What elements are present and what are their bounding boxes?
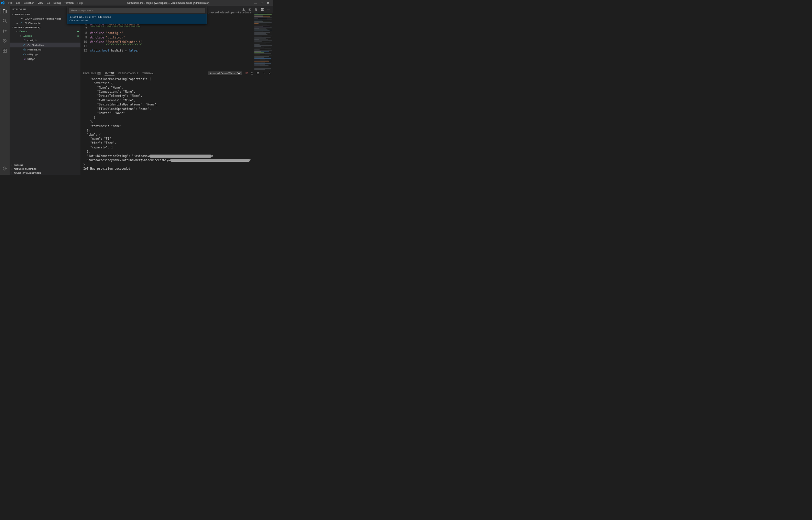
quick-input-item[interactable]: 1. IoT Hub - >> 2. IoT Hub Device Click … <box>67 14 207 23</box>
tab-debug-console[interactable]: DEBUG CONSOLE <box>118 71 139 76</box>
lock-open-icon[interactable] <box>251 72 253 75</box>
source-control-icon[interactable] <box>2 28 8 34</box>
window-title: GetStarted.ino - project (Workspace) - V… <box>83 1 254 4</box>
quick-input-item-subtitle: Click to continue <box>69 19 205 22</box>
tree-item-label: Readme.md <box>28 48 41 51</box>
tree-item-label: GetStarted.ino <box>28 44 44 47</box>
collapsed-section-label: AZURE IOT HUB DEVICES <box>14 172 41 174</box>
activity-bar <box>0 6 10 175</box>
svg-rect-8 <box>5 49 7 50</box>
file-icon: ≡ <box>20 17 23 20</box>
tree-item[interactable]: Cconfig.h <box>10 38 80 43</box>
close-icon[interactable]: × <box>17 22 19 25</box>
tree-item-label: .vscode <box>23 34 32 37</box>
debug-icon[interactable] <box>2 38 8 44</box>
menu-view[interactable]: View <box>38 1 43 4</box>
close-icon[interactable] <box>268 72 271 75</box>
output-channel-select[interactable]: Azure IoT Device Workb <box>208 71 242 75</box>
svg-point-2 <box>3 29 4 30</box>
collapsed-section[interactable]: ▸ARDUINO EXAMPLES <box>10 167 80 171</box>
problems-badge: 7 <box>97 72 101 75</box>
window-maximize-button[interactable]: □ <box>260 1 263 5</box>
quick-input-field[interactable]: Provision process <box>69 8 205 13</box>
tree-item[interactable]: C·utility.cpp <box>10 52 80 57</box>
clear-icon[interactable] <box>245 72 248 75</box>
chevron-up-icon[interactable] <box>262 72 265 75</box>
close-icon[interactable] <box>17 17 19 20</box>
tree-item[interactable]: ⓘReadme.md <box>10 47 80 52</box>
menu-edit[interactable]: Edit <box>16 1 20 4</box>
svg-line-1 <box>6 22 7 23</box>
open-editor-label: C/C++ Extension Release Notes <box>25 17 61 20</box>
menu-file[interactable]: File <box>8 1 12 4</box>
workspace-label: PROJECT (WORKSPACE) <box>14 26 40 29</box>
explorer-sidebar: EXPLORER ▾ OPEN EDITORS ≡C/C++ Extension… <box>10 6 80 175</box>
tree-item-label: utility.cpp <box>28 53 38 56</box>
minimap[interactable] <box>253 13 273 70</box>
gear-icon[interactable] <box>2 166 8 171</box>
wrap-icon[interactable] <box>256 72 259 75</box>
chevron-down-icon: ▾ <box>12 14 13 15</box>
open-editor-label: GetStarted.ino <box>25 22 41 25</box>
menu-terminal[interactable]: Terminal <box>64 1 74 4</box>
extensions-icon[interactable] <box>2 48 8 54</box>
chevron-down-icon: ▾ <box>12 26 13 28</box>
tree-item-label: utility.h <box>28 57 35 60</box>
chevron-icon: ▾ <box>17 31 18 32</box>
tree-item-label: config.h <box>28 39 36 42</box>
file-icon: C· <box>23 53 26 56</box>
tree-item-label: Device <box>19 30 27 33</box>
open-editors-label: OPEN EDITORS <box>14 13 30 15</box>
tree-item[interactable]: C·GetStarted.ino <box>10 43 80 47</box>
tab-debug-label: DEBUG CONSOLE <box>118 72 139 75</box>
collapsed-section-label: ARDUINO EXAMPLES <box>14 168 36 170</box>
bottom-panel: PROBLEMS 7 OUTPUT DEBUG CONSOLE TERMINAL… <box>80 70 273 175</box>
more-icon[interactable]: ··· <box>267 8 271 11</box>
menu-help[interactable]: Help <box>77 1 83 4</box>
svg-point-4 <box>6 31 7 32</box>
tree-item[interactable]: Cutility.h <box>10 57 80 61</box>
file-icon: C· <box>20 22 23 25</box>
tree-item[interactable]: ▾Device <box>10 29 80 34</box>
panel-tabs: PROBLEMS 7 OUTPUT DEBUG CONSOLE TERMINAL… <box>80 70 273 76</box>
quick-input-placeholder: Provision process <box>71 9 93 12</box>
quick-input-item-title: 1. IoT Hub - >> 2. IoT Hub Device <box>69 15 205 19</box>
chevron-right-icon: ▸ <box>12 172 13 174</box>
collapsed-section[interactable]: ▸AZURE IOT HUB DEVICES <box>10 171 80 175</box>
chevron-right-icon: ▸ <box>12 164 13 166</box>
window-close-button[interactable]: ✕ <box>267 1 270 5</box>
svg-rect-7 <box>3 49 4 50</box>
workspace-header[interactable]: ▾ PROJECT (WORKSPACE) <box>10 25 80 29</box>
file-icon: C <box>23 39 26 42</box>
svg-rect-17 <box>257 72 259 74</box>
explorer-icon[interactable] <box>2 8 8 14</box>
modified-dot-icon <box>77 35 79 37</box>
vscode-app-icon <box>0 0 6 6</box>
file-icon: C <box>23 57 26 60</box>
title-bar: File Edit Selection View Go Debug Termin… <box>0 0 273 6</box>
compare-icon[interactable] <box>254 8 257 11</box>
output-body[interactable]: "operationsMonitoringProperties": { "eve… <box>80 76 273 175</box>
menu-go[interactable]: Go <box>46 1 50 4</box>
menu-debug[interactable]: Debug <box>53 1 61 4</box>
tab-problems-label: PROBLEMS <box>83 72 96 75</box>
svg-point-11 <box>4 168 6 169</box>
window-controls: — □ ✕ <box>254 1 273 5</box>
tree-item[interactable]: ▸.vscode <box>10 34 80 38</box>
tab-terminal-label: TERMINAL <box>142 72 154 75</box>
tab-problems[interactable]: PROBLEMS 7 <box>83 71 101 76</box>
file-icon: C· <box>23 44 26 47</box>
file-icon: ⓘ <box>23 48 26 52</box>
menu-selection[interactable]: Selection <box>24 1 34 4</box>
chevron-right-icon: ▸ <box>12 168 13 170</box>
collapsed-section-label: OUTLINE <box>14 164 23 166</box>
menu-bar: File Edit Selection View Go Debug Termin… <box>6 1 83 4</box>
collapsed-section[interactable]: ▸OUTLINE <box>10 163 80 167</box>
tab-output[interactable]: OUTPUT <box>105 71 114 76</box>
tab-terminal[interactable]: TERMINAL <box>142 71 154 76</box>
quick-input-popup: Provision process 1. IoT Hub - >> 2. IoT… <box>67 6 207 24</box>
split-icon[interactable] <box>261 8 264 11</box>
window-minimize-button[interactable]: — <box>254 1 257 5</box>
search-icon[interactable] <box>2 18 8 24</box>
chevron-icon: ▸ <box>20 35 22 37</box>
